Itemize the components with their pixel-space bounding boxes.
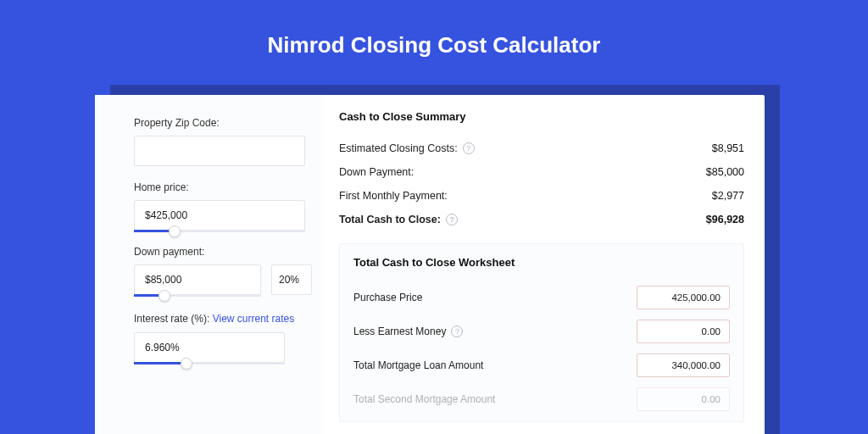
worksheet-input[interactable] xyxy=(637,320,730,343)
inputs-panel: Property Zip Code: Home price: Down paym… xyxy=(95,95,324,434)
zip-input[interactable] xyxy=(134,136,305,166)
home-price-input[interactable] xyxy=(134,200,305,231)
home-price-field: Home price: xyxy=(134,181,305,231)
summary-label: Estimated Closing Costs: xyxy=(339,142,458,154)
down-payment-label: Down payment: xyxy=(134,246,305,258)
worksheet-row: Less Earnest Money? xyxy=(353,314,730,348)
view-rates-link[interactable]: View current rates xyxy=(213,313,295,325)
worksheet-input[interactable] xyxy=(637,387,730,411)
results-panel: Cash to Close Summary Estimated Closing … xyxy=(324,95,765,434)
summary-heading: Cash to Close Summary xyxy=(339,110,744,123)
interest-rate-field: Interest rate (%): View current rates xyxy=(134,310,305,363)
zip-label: Property Zip Code: xyxy=(134,117,305,129)
summary-label: Down Payment: xyxy=(339,166,414,178)
slider-thumb[interactable] xyxy=(169,225,181,237)
worksheet-row: Total Mortgage Loan Amount xyxy=(353,348,730,382)
worksheet-label: Purchase Price xyxy=(353,292,422,303)
interest-rate-input[interactable] xyxy=(134,332,285,363)
down-payment-field: Down payment: xyxy=(134,246,305,295)
worksheet-label: Less Earnest Money xyxy=(353,326,446,337)
worksheet-row: Purchase Price xyxy=(353,281,730,314)
interest-rate-label: Interest rate (%): xyxy=(134,313,213,325)
summary-row: Down Payment: $85,000 xyxy=(339,160,744,184)
zip-field: Property Zip Code: xyxy=(134,117,305,166)
summary-value: $2,977 xyxy=(712,190,744,202)
down-payment-slider[interactable] xyxy=(134,264,261,295)
summary-row-total: Total Cash to Close:? $96,928 xyxy=(339,208,744,231)
down-payment-pct-input[interactable] xyxy=(271,264,312,295)
down-payment-input[interactable] xyxy=(134,264,261,295)
help-icon[interactable]: ? xyxy=(451,326,463,337)
summary-row: First Monthly Payment: $2,977 xyxy=(339,184,744,208)
help-icon[interactable]: ? xyxy=(446,214,458,225)
summary-label: Total Cash to Close: xyxy=(339,214,441,225)
calculator-card: Property Zip Code: Home price: Down paym… xyxy=(95,95,765,434)
summary-value: $8,951 xyxy=(712,142,744,154)
worksheet-heading: Total Cash to Close Worksheet xyxy=(353,256,730,269)
interest-rate-slider[interactable] xyxy=(134,332,285,363)
slider-thumb[interactable] xyxy=(181,358,192,370)
page-title: Nimrod Closing Cost Calculator xyxy=(0,0,868,79)
worksheet-row: Total Second Mortgage Amount xyxy=(353,382,730,416)
summary-value: $85,000 xyxy=(706,166,744,178)
help-icon[interactable]: ? xyxy=(463,142,475,154)
home-price-slider[interactable] xyxy=(134,200,305,231)
worksheet-label: Total Second Mortgage Amount xyxy=(353,393,495,405)
summary-label: First Monthly Payment: xyxy=(339,190,448,202)
summary-row: Estimated Closing Costs:? $8,951 xyxy=(339,136,744,160)
home-price-label: Home price: xyxy=(134,181,305,193)
slider-thumb[interactable] xyxy=(159,290,170,302)
summary-value: $96,928 xyxy=(706,214,744,225)
worksheet-panel: Total Cash to Close Worksheet Purchase P… xyxy=(339,243,744,422)
slider-fill xyxy=(134,362,186,364)
worksheet-input[interactable] xyxy=(637,353,730,377)
down-payment-pct-wrap xyxy=(271,264,312,295)
worksheet-input[interactable] xyxy=(637,286,730,309)
worksheet-label: Total Mortgage Loan Amount xyxy=(353,359,483,371)
